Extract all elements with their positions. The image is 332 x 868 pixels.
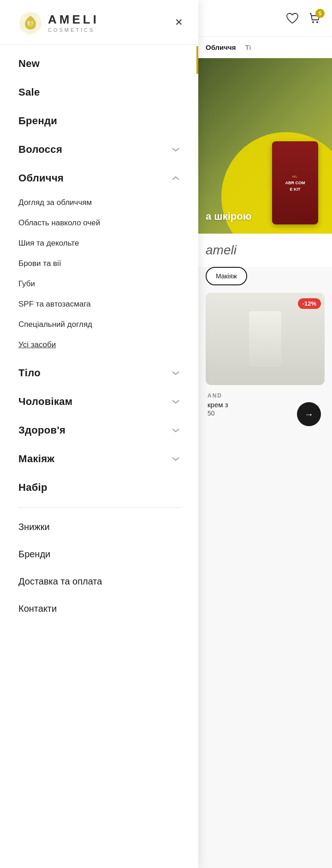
nav-item-new-label: New xyxy=(18,58,40,70)
nav-item-makeup-label: Макіяж xyxy=(18,453,54,465)
nav-item-set[interactable]: Набір xyxy=(0,473,198,502)
nav-item-sale-label: Sale xyxy=(18,86,40,98)
nav-item-contacts-label: Контакти xyxy=(18,603,57,614)
submenu-item-spf[interactable]: SPF та автозасмага xyxy=(0,294,198,314)
logo-name: AMELI xyxy=(48,13,99,25)
submenu-item-all[interactable]: Усі засоби xyxy=(0,335,198,355)
nav-item-brands2[interactable]: Бренди xyxy=(0,541,198,568)
men-chevron-down-icon xyxy=(172,399,180,404)
nav-item-men-label: Чоловікам xyxy=(18,396,72,408)
close-button[interactable]: × xyxy=(171,14,187,30)
category-buttons: Макіяж xyxy=(198,267,332,293)
hero-text: а шкірою xyxy=(206,211,251,223)
logo-icon xyxy=(18,11,42,35)
face-submenu: Догляд за обличчям Область навколо очей … xyxy=(0,193,198,359)
tab-face[interactable]: Обличчя xyxy=(206,43,236,51)
next-button[interactable]: → xyxy=(297,402,321,426)
product-label: HL xyxy=(292,175,298,179)
submenu-item-brows[interactable]: Брови та вії xyxy=(0,253,198,274)
nav-item-health[interactable]: Здоров'я xyxy=(0,416,198,445)
logo-subtitle: COSMETICS xyxy=(48,27,99,33)
chevron-down-icon xyxy=(172,147,180,152)
nav-item-contacts[interactable]: Контакти xyxy=(0,595,198,622)
brand-logo-text: ameli xyxy=(206,243,237,258)
cart-badge: 5 xyxy=(315,9,325,18)
nav-item-new[interactable]: New xyxy=(0,49,198,78)
product-sub-label: E KIT xyxy=(290,187,300,192)
submenu-item-special[interactable]: Спеціальний догляд xyxy=(0,314,198,335)
health-chevron-down-icon xyxy=(172,428,180,433)
svg-point-0 xyxy=(312,21,314,23)
nav-item-face[interactable]: Обличчя xyxy=(0,164,198,193)
svg-point-1 xyxy=(316,21,318,23)
nav-header: AMELI COSMETICS × xyxy=(0,0,198,45)
tab-body[interactable]: Ті xyxy=(245,43,251,51)
product-image-placeholder xyxy=(249,311,281,367)
submenu-item-neck[interactable]: Шия та декольте xyxy=(0,233,198,253)
product-card: -12% → AND крем з 50 xyxy=(198,293,332,417)
logo[interactable]: AMELI COSMETICS xyxy=(18,11,99,35)
right-content: Обличчя Ті а шкірою HL ABR COM E KIT ame… xyxy=(198,37,332,868)
nav-item-delivery[interactable]: Доставка та оплата xyxy=(0,568,198,595)
makeup-chevron-down-icon xyxy=(172,456,180,462)
submenu-item-lips[interactable]: Губи xyxy=(0,274,198,294)
nav-item-brands-label: Бренди xyxy=(18,115,57,127)
nav-overlay: AMELI COSMETICS × New Sale Бренди Волосс… xyxy=(0,0,198,868)
nav-item-body-label: Тіло xyxy=(18,367,41,379)
logo-text: AMELI COSMETICS xyxy=(48,13,99,33)
nav-item-makeup[interactable]: Макіяж xyxy=(0,445,198,473)
body-chevron-down-icon xyxy=(172,370,180,376)
nav-item-face-label: Обличчя xyxy=(18,172,64,184)
nav-item-sale[interactable]: Sale xyxy=(0,78,198,107)
nav-item-hair[interactable]: Волосся xyxy=(0,135,198,164)
nav-item-discounts-label: Знижки xyxy=(18,522,50,532)
nav-item-brands2-label: Бренди xyxy=(18,549,50,560)
nav-accent-divider xyxy=(196,46,198,74)
chevron-up-icon xyxy=(172,175,180,181)
submenu-item-eye-area[interactable]: Область навколо очей xyxy=(0,213,198,233)
product-brand: AND xyxy=(208,392,323,399)
nav-separator xyxy=(18,507,180,508)
hero-banner: а шкірою HL ABR COM E KIT xyxy=(198,58,332,234)
nav-list: New Sale Бренди Волосся Обличчя xyxy=(0,45,198,627)
cart-button[interactable]: 5 xyxy=(308,12,321,24)
nav-item-discounts[interactable]: Знижки xyxy=(0,513,198,541)
nav-item-set-label: Набір xyxy=(18,482,47,494)
header-icons: 5 xyxy=(286,12,321,24)
nav-item-hair-label: Волосся xyxy=(18,144,62,156)
nav-item-delivery-label: Доставка та оплата xyxy=(18,576,102,587)
wishlist-button[interactable] xyxy=(286,12,299,24)
arrow-right-icon: → xyxy=(304,409,314,420)
submenu-item-face-care[interactable]: Догляд за обличчям xyxy=(0,193,198,213)
nav-item-brands[interactable]: Бренди xyxy=(0,107,198,135)
product-name-label: ABR COM xyxy=(285,181,305,185)
right-tabs: Обличчя Ті xyxy=(198,37,332,58)
category-btn-makeup[interactable]: Макіяж xyxy=(206,267,247,285)
nav-item-men[interactable]: Чоловікам xyxy=(0,387,198,416)
brand-section: ameli xyxy=(198,234,332,267)
nav-item-health-label: Здоров'я xyxy=(18,424,65,436)
product-package: HL ABR COM E KIT xyxy=(272,141,318,224)
nav-item-body[interactable]: Тіло xyxy=(0,359,198,387)
discount-badge: -12% xyxy=(298,298,321,309)
